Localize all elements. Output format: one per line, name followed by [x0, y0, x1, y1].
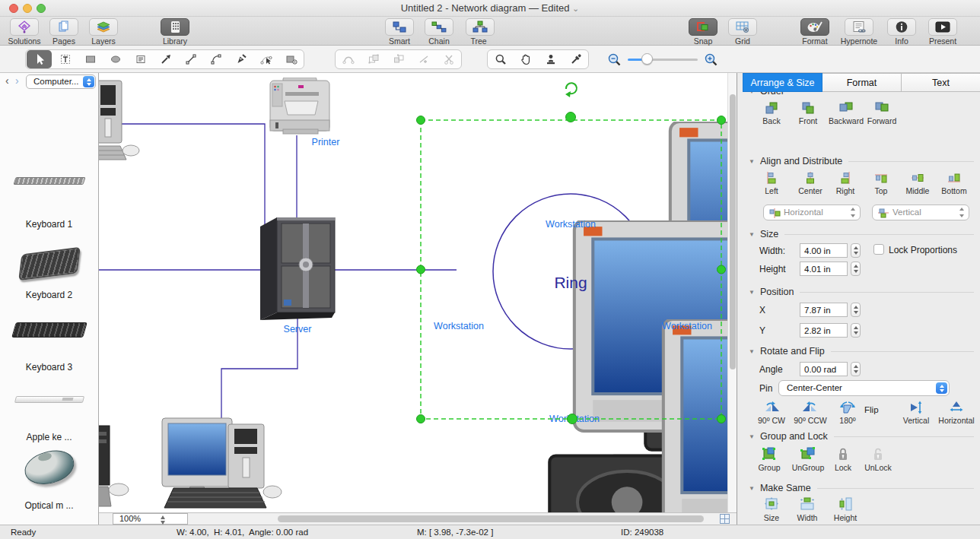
tree-button[interactable]: Tree — [466, 18, 492, 46]
text-block-tool[interactable] — [128, 50, 153, 68]
height-input[interactable] — [800, 262, 848, 276]
selection-handle-ne[interactable] — [718, 116, 726, 125]
info-button[interactable]: Info — [887, 18, 916, 46]
angle-input[interactable] — [800, 362, 848, 376]
shape-keyboard-3[interactable]: Keyboard 3 — [0, 321, 98, 373]
flip-horizontal-button[interactable]: Horizontal — [934, 401, 978, 425]
selection-handle-n[interactable] — [566, 113, 576, 122]
horizontal-select-stepper[interactable] — [849, 207, 857, 218]
height-stepper[interactable] — [851, 262, 861, 276]
selection-bounds[interactable] — [421, 120, 721, 419]
solutions-button[interactable]: Solutions — [6, 18, 43, 46]
shape-keyboard-1[interactable]: Keyboard 1 — [0, 175, 98, 230]
group-section-header[interactable]: ▼Group and Lock — [749, 431, 974, 442]
make-same-width-button[interactable]: Width — [790, 496, 825, 522]
chain-button[interactable]: Chain — [425, 18, 453, 46]
zoom-level-select[interactable]: 100% — [113, 513, 188, 525]
make-same-height-button[interactable]: Height — [828, 496, 863, 522]
order-backward-button[interactable]: Backward — [827, 101, 865, 125]
rotate-section-header[interactable]: ▼Rotate and Flip — [749, 346, 974, 357]
ellipse-tool[interactable] — [103, 50, 128, 68]
lock-button[interactable]: Lock — [828, 446, 858, 472]
order-forward-button[interactable]: Forward — [863, 101, 901, 125]
order-back-button[interactable]: Back — [754, 101, 789, 125]
arc-tool[interactable] — [203, 50, 228, 68]
zoom-slider-knob[interactable] — [641, 53, 653, 65]
rectangle-tool[interactable] — [78, 50, 103, 68]
unlock-button[interactable]: UnLock — [858, 446, 898, 472]
align-bottom-button[interactable]: Bottom — [937, 171, 972, 195]
shape-action-tool[interactable] — [278, 50, 304, 68]
title-chevron-icon[interactable]: ⌄ — [572, 4, 579, 13]
ungroup-button[interactable]: UnGroup — [788, 446, 828, 472]
order-section-header[interactable]: ▼Order — [749, 92, 974, 97]
canvas-vertical-scrollbar[interactable] — [727, 73, 737, 512]
line-tool[interactable] — [178, 50, 203, 68]
pen-tool[interactable] — [228, 50, 253, 68]
layers-button[interactable]: Layers — [87, 18, 120, 46]
rotate-180-button[interactable]: 180º — [834, 401, 861, 425]
selection-handle-e[interactable] — [718, 265, 726, 274]
selection-handle-nw[interactable] — [417, 116, 425, 125]
tab-arrange-size[interactable]: Arrange & Size — [743, 73, 822, 92]
eyedropper-tool[interactable] — [563, 50, 588, 68]
x-stepper[interactable] — [851, 303, 861, 317]
stamp-tool[interactable] — [538, 50, 563, 68]
zoom-in-icon[interactable] — [704, 52, 718, 67]
distribute-vertical-select[interactable]: Vertical — [872, 205, 969, 220]
text-tool[interactable] — [52, 50, 78, 68]
order-front-button[interactable]: Front — [791, 101, 826, 125]
align-section-header[interactable]: ▼Align and Distribute — [749, 156, 974, 166]
grid-button[interactable]: Grid — [727, 18, 758, 46]
width-stepper[interactable] — [851, 243, 861, 258]
y-input[interactable] — [800, 323, 848, 338]
lock-proportions-checkbox[interactable] — [873, 244, 884, 255]
align-middle-button[interactable]: Middle — [900, 171, 935, 195]
pages-button[interactable]: Pages — [49, 18, 79, 46]
pin-select-stepper[interactable] — [936, 382, 947, 394]
angle-stepper[interactable] — [851, 362, 861, 376]
add-point-tool-disabled[interactable] — [411, 50, 436, 68]
tab-text[interactable]: Text — [902, 73, 980, 92]
vertical-scrollbar-thumb[interactable] — [730, 94, 736, 369]
selection-handle-s[interactable] — [568, 414, 578, 424]
snap-button[interactable]: Snap — [688, 18, 718, 46]
smart-button[interactable]: Smart — [385, 18, 414, 46]
position-section-header[interactable]: ▼Position — [749, 287, 974, 297]
group-button[interactable]: Group — [752, 446, 787, 472]
library-back-icon[interactable]: ‹ — [5, 75, 9, 87]
align-top-button[interactable]: Top — [864, 171, 899, 195]
zoom-out-icon[interactable] — [607, 52, 622, 67]
cut-tool-disabled[interactable] — [436, 50, 461, 68]
horizontal-scrollbar-thumb[interactable] — [278, 515, 704, 522]
shape-optical-mouse-1[interactable]: Optical m ... — [0, 445, 98, 511]
x-input[interactable] — [800, 303, 848, 317]
flip-vertical-button[interactable]: Vertical — [896, 401, 936, 425]
make-same-size-button[interactable]: Size — [754, 496, 789, 522]
y-stepper[interactable] — [851, 323, 861, 338]
zoom-level-stepper[interactable] — [158, 515, 167, 525]
width-input[interactable] — [800, 243, 848, 258]
pan-tool[interactable] — [513, 50, 538, 68]
format-button[interactable]: Format — [797, 18, 832, 46]
curve-edit-tool-disabled[interactable] — [336, 50, 361, 68]
selection-handle-se[interactable] — [718, 415, 726, 423]
align-center-button[interactable]: Center — [793, 171, 828, 195]
size-section-header[interactable]: ▼Size — [749, 229, 974, 239]
tab-format[interactable]: Format — [822, 73, 902, 92]
rotation-handle-icon[interactable] — [566, 83, 577, 94]
library-button[interactable]: Library — [158, 18, 192, 46]
arrow-tool[interactable] — [153, 50, 178, 68]
zoom-slider-track[interactable] — [628, 53, 698, 65]
shape-keyboard-2[interactable]: Keyboard 2 — [0, 246, 98, 300]
library-category-dropdown[interactable]: Computer... — [26, 75, 96, 89]
pane-split-icon[interactable] — [720, 514, 730, 524]
node-edit-tool[interactable] — [253, 50, 278, 68]
group-select-tool-disabled[interactable] — [361, 50, 386, 68]
selection-handle-w[interactable] — [417, 265, 425, 274]
shape-apple-keyboard[interactable]: Apple ke ... — [0, 394, 98, 442]
distribute-horizontal-select[interactable]: Horizontal — [763, 205, 861, 220]
drawing-canvas[interactable]: Printer Server Workstation Workstation W… — [99, 73, 737, 512]
align-left-button[interactable]: Left — [754, 171, 789, 195]
present-button[interactable]: Present — [924, 18, 962, 46]
